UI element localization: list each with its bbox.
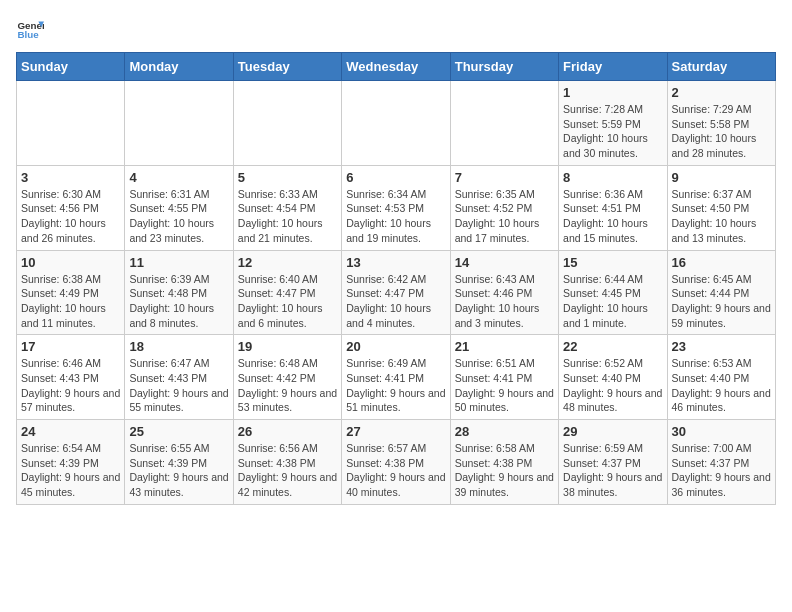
- day-number: 20: [346, 339, 445, 354]
- day-number: 23: [672, 339, 771, 354]
- calendar-cell: [17, 81, 125, 166]
- day-number: 12: [238, 255, 337, 270]
- day-info: Sunrise: 6:33 AM Sunset: 4:54 PM Dayligh…: [238, 187, 337, 246]
- day-info: Sunrise: 6:49 AM Sunset: 4:41 PM Dayligh…: [346, 356, 445, 415]
- calendar-week-5: 24Sunrise: 6:54 AM Sunset: 4:39 PM Dayli…: [17, 420, 776, 505]
- calendar-cell: 16Sunrise: 6:45 AM Sunset: 4:44 PM Dayli…: [667, 250, 775, 335]
- day-info: Sunrise: 7:00 AM Sunset: 4:37 PM Dayligh…: [672, 441, 771, 500]
- calendar-cell: [450, 81, 558, 166]
- day-number: 29: [563, 424, 662, 439]
- day-info: Sunrise: 6:45 AM Sunset: 4:44 PM Dayligh…: [672, 272, 771, 331]
- day-header-friday: Friday: [559, 53, 667, 81]
- calendar-cell: 25Sunrise: 6:55 AM Sunset: 4:39 PM Dayli…: [125, 420, 233, 505]
- calendar-cell: 24Sunrise: 6:54 AM Sunset: 4:39 PM Dayli…: [17, 420, 125, 505]
- day-info: Sunrise: 6:39 AM Sunset: 4:48 PM Dayligh…: [129, 272, 228, 331]
- day-info: Sunrise: 6:35 AM Sunset: 4:52 PM Dayligh…: [455, 187, 554, 246]
- day-header-saturday: Saturday: [667, 53, 775, 81]
- calendar-week-2: 3Sunrise: 6:30 AM Sunset: 4:56 PM Daylig…: [17, 165, 776, 250]
- day-info: Sunrise: 6:36 AM Sunset: 4:51 PM Dayligh…: [563, 187, 662, 246]
- day-info: Sunrise: 6:37 AM Sunset: 4:50 PM Dayligh…: [672, 187, 771, 246]
- day-info: Sunrise: 6:30 AM Sunset: 4:56 PM Dayligh…: [21, 187, 120, 246]
- calendar-cell: 10Sunrise: 6:38 AM Sunset: 4:49 PM Dayli…: [17, 250, 125, 335]
- day-number: 30: [672, 424, 771, 439]
- day-number: 26: [238, 424, 337, 439]
- day-info: Sunrise: 6:40 AM Sunset: 4:47 PM Dayligh…: [238, 272, 337, 331]
- day-info: Sunrise: 6:46 AM Sunset: 4:43 PM Dayligh…: [21, 356, 120, 415]
- day-info: Sunrise: 7:28 AM Sunset: 5:59 PM Dayligh…: [563, 102, 662, 161]
- calendar-week-1: 1Sunrise: 7:28 AM Sunset: 5:59 PM Daylig…: [17, 81, 776, 166]
- day-info: Sunrise: 6:34 AM Sunset: 4:53 PM Dayligh…: [346, 187, 445, 246]
- day-number: 13: [346, 255, 445, 270]
- day-number: 17: [21, 339, 120, 354]
- calendar-cell: 2Sunrise: 7:29 AM Sunset: 5:58 PM Daylig…: [667, 81, 775, 166]
- calendar-cell: 14Sunrise: 6:43 AM Sunset: 4:46 PM Dayli…: [450, 250, 558, 335]
- day-info: Sunrise: 6:59 AM Sunset: 4:37 PM Dayligh…: [563, 441, 662, 500]
- day-info: Sunrise: 6:53 AM Sunset: 4:40 PM Dayligh…: [672, 356, 771, 415]
- day-number: 16: [672, 255, 771, 270]
- calendar-cell: [342, 81, 450, 166]
- day-number: 9: [672, 170, 771, 185]
- calendar-cell: 3Sunrise: 6:30 AM Sunset: 4:56 PM Daylig…: [17, 165, 125, 250]
- day-info: Sunrise: 6:52 AM Sunset: 4:40 PM Dayligh…: [563, 356, 662, 415]
- day-header-sunday: Sunday: [17, 53, 125, 81]
- day-number: 5: [238, 170, 337, 185]
- calendar-cell: 20Sunrise: 6:49 AM Sunset: 4:41 PM Dayli…: [342, 335, 450, 420]
- calendar-cell: 11Sunrise: 6:39 AM Sunset: 4:48 PM Dayli…: [125, 250, 233, 335]
- calendar-cell: [125, 81, 233, 166]
- day-number: 11: [129, 255, 228, 270]
- logo-icon: General Blue: [16, 16, 44, 44]
- day-info: Sunrise: 6:42 AM Sunset: 4:47 PM Dayligh…: [346, 272, 445, 331]
- calendar-cell: 5Sunrise: 6:33 AM Sunset: 4:54 PM Daylig…: [233, 165, 341, 250]
- day-info: Sunrise: 7:29 AM Sunset: 5:58 PM Dayligh…: [672, 102, 771, 161]
- day-number: 24: [21, 424, 120, 439]
- calendar-table: SundayMondayTuesdayWednesdayThursdayFrid…: [16, 52, 776, 505]
- calendar-week-4: 17Sunrise: 6:46 AM Sunset: 4:43 PM Dayli…: [17, 335, 776, 420]
- calendar-cell: 4Sunrise: 6:31 AM Sunset: 4:55 PM Daylig…: [125, 165, 233, 250]
- day-info: Sunrise: 6:51 AM Sunset: 4:41 PM Dayligh…: [455, 356, 554, 415]
- day-number: 6: [346, 170, 445, 185]
- day-header-monday: Monday: [125, 53, 233, 81]
- day-number: 22: [563, 339, 662, 354]
- header: General Blue: [16, 16, 776, 44]
- calendar-cell: 13Sunrise: 6:42 AM Sunset: 4:47 PM Dayli…: [342, 250, 450, 335]
- calendar-cell: 29Sunrise: 6:59 AM Sunset: 4:37 PM Dayli…: [559, 420, 667, 505]
- day-number: 10: [21, 255, 120, 270]
- day-info: Sunrise: 6:48 AM Sunset: 4:42 PM Dayligh…: [238, 356, 337, 415]
- calendar-cell: 22Sunrise: 6:52 AM Sunset: 4:40 PM Dayli…: [559, 335, 667, 420]
- calendar-cell: 19Sunrise: 6:48 AM Sunset: 4:42 PM Dayli…: [233, 335, 341, 420]
- calendar-cell: 1Sunrise: 7:28 AM Sunset: 5:59 PM Daylig…: [559, 81, 667, 166]
- day-info: Sunrise: 6:31 AM Sunset: 4:55 PM Dayligh…: [129, 187, 228, 246]
- day-header-wednesday: Wednesday: [342, 53, 450, 81]
- calendar-cell: 7Sunrise: 6:35 AM Sunset: 4:52 PM Daylig…: [450, 165, 558, 250]
- day-number: 19: [238, 339, 337, 354]
- day-number: 27: [346, 424, 445, 439]
- day-header-tuesday: Tuesday: [233, 53, 341, 81]
- day-number: 1: [563, 85, 662, 100]
- calendar-cell: 6Sunrise: 6:34 AM Sunset: 4:53 PM Daylig…: [342, 165, 450, 250]
- calendar-cell: 23Sunrise: 6:53 AM Sunset: 4:40 PM Dayli…: [667, 335, 775, 420]
- calendar-cell: 15Sunrise: 6:44 AM Sunset: 4:45 PM Dayli…: [559, 250, 667, 335]
- day-info: Sunrise: 6:57 AM Sunset: 4:38 PM Dayligh…: [346, 441, 445, 500]
- calendar-cell: 9Sunrise: 6:37 AM Sunset: 4:50 PM Daylig…: [667, 165, 775, 250]
- day-number: 8: [563, 170, 662, 185]
- calendar-cell: 26Sunrise: 6:56 AM Sunset: 4:38 PM Dayli…: [233, 420, 341, 505]
- calendar-week-3: 10Sunrise: 6:38 AM Sunset: 4:49 PM Dayli…: [17, 250, 776, 335]
- day-info: Sunrise: 6:54 AM Sunset: 4:39 PM Dayligh…: [21, 441, 120, 500]
- day-info: Sunrise: 6:43 AM Sunset: 4:46 PM Dayligh…: [455, 272, 554, 331]
- day-number: 25: [129, 424, 228, 439]
- calendar-cell: 18Sunrise: 6:47 AM Sunset: 4:43 PM Dayli…: [125, 335, 233, 420]
- calendar-cell: 12Sunrise: 6:40 AM Sunset: 4:47 PM Dayli…: [233, 250, 341, 335]
- day-header-thursday: Thursday: [450, 53, 558, 81]
- calendar-cell: 27Sunrise: 6:57 AM Sunset: 4:38 PM Dayli…: [342, 420, 450, 505]
- day-info: Sunrise: 6:47 AM Sunset: 4:43 PM Dayligh…: [129, 356, 228, 415]
- day-number: 15: [563, 255, 662, 270]
- day-info: Sunrise: 6:55 AM Sunset: 4:39 PM Dayligh…: [129, 441, 228, 500]
- day-info: Sunrise: 6:56 AM Sunset: 4:38 PM Dayligh…: [238, 441, 337, 500]
- day-number: 4: [129, 170, 228, 185]
- day-number: 7: [455, 170, 554, 185]
- day-number: 3: [21, 170, 120, 185]
- svg-text:Blue: Blue: [17, 29, 39, 40]
- day-number: 2: [672, 85, 771, 100]
- calendar-cell: 21Sunrise: 6:51 AM Sunset: 4:41 PM Dayli…: [450, 335, 558, 420]
- calendar-cell: 30Sunrise: 7:00 AM Sunset: 4:37 PM Dayli…: [667, 420, 775, 505]
